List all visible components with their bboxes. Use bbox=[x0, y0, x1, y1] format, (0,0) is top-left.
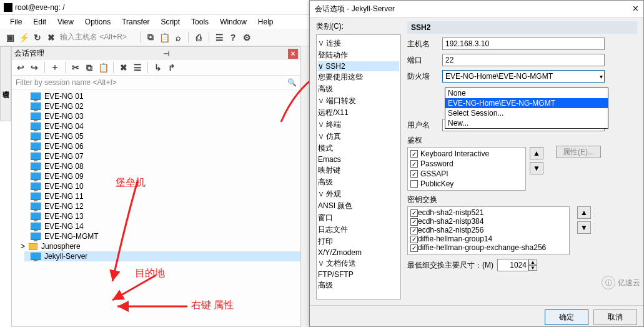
dialog-close-icon[interactable]: × bbox=[633, 3, 638, 14]
paste-icon[interactable]: 📋 bbox=[159, 33, 169, 43]
spin-up-icon[interactable]: ▲ bbox=[528, 259, 537, 265]
cat-mapkey[interactable]: 映射键 bbox=[318, 164, 399, 176]
kex-item[interactable]: ecdh-sha2-nistp384 bbox=[410, 217, 567, 226]
checkbox-icon[interactable] bbox=[410, 160, 418, 168]
session-item[interactable]: EVE-NG 05 bbox=[31, 131, 300, 141]
session-item[interactable]: EVE-NG 09 bbox=[31, 171, 300, 181]
help-icon[interactable]: ? bbox=[228, 33, 238, 43]
pin-icon[interactable]: ⊣ bbox=[163, 49, 169, 58]
print-icon[interactable]: ⎙ bbox=[194, 33, 204, 43]
cat-advanced[interactable]: 高级 bbox=[318, 83, 399, 95]
session-filter[interactable]: Filter by session name <Alt+I> 🔍 bbox=[12, 76, 300, 90]
menu-help[interactable]: Help bbox=[253, 16, 279, 28]
cat-ssh2-hint[interactable]: 您要使用这些 bbox=[318, 71, 399, 83]
copy2-icon[interactable]: ⧉ bbox=[84, 63, 94, 73]
session-item[interactable]: EVE-NG 12 bbox=[31, 201, 300, 211]
auth-item[interactable]: GSSAPI bbox=[410, 169, 523, 179]
checkbox-icon[interactable] bbox=[410, 180, 418, 188]
menu-options[interactable]: Options bbox=[80, 16, 116, 28]
firewall-combo[interactable]: EVE-NG-Home\EVE-NG-MGMT▾ bbox=[442, 70, 605, 83]
cat-xyz[interactable]: X/Y/Zmodem bbox=[318, 248, 399, 258]
options-icon[interactable]: ☰ bbox=[214, 33, 224, 43]
cat-adv2[interactable]: 高级 bbox=[318, 176, 399, 188]
menu-file[interactable]: File bbox=[5, 16, 27, 28]
session-item[interactable]: EVE-NG 13 bbox=[31, 211, 300, 221]
auth-item[interactable]: Password bbox=[410, 159, 523, 169]
menu-view[interactable]: View bbox=[52, 16, 79, 28]
cat-print[interactable]: 打印 bbox=[318, 236, 399, 248]
session-folder[interactable]: > Junosphere bbox=[21, 241, 300, 251]
cat-mode[interactable]: 模式 bbox=[318, 143, 399, 154]
spin-down-icon[interactable]: ▼ bbox=[528, 265, 537, 271]
find-icon[interactable]: ⌕ bbox=[173, 33, 183, 43]
ok-button[interactable]: 确定 bbox=[545, 309, 588, 325]
session-item-selected[interactable]: Jekyll-Server bbox=[24, 251, 300, 261]
cat-ftp[interactable]: FTP/SFTP bbox=[318, 269, 399, 279]
cat-portfwd[interactable]: ∨ 端口转发 bbox=[318, 95, 399, 107]
fw-opt-none[interactable]: None bbox=[445, 88, 608, 98]
cat-logfile[interactable]: 日志文件 bbox=[318, 224, 399, 236]
kex-item[interactable]: diffie-hellman-group14 bbox=[410, 234, 567, 243]
checkbox-icon[interactable] bbox=[410, 150, 418, 158]
cat-login[interactable]: 登陆动作 bbox=[318, 49, 399, 61]
session-item[interactable]: EVE-NG 01 bbox=[31, 91, 300, 101]
session-item[interactable]: EVE-NG 14 bbox=[31, 221, 300, 231]
script-icon[interactable]: ⚙ bbox=[242, 33, 252, 43]
menu-transfer[interactable]: Transfer bbox=[117, 16, 154, 28]
reconnect-icon[interactable]: ↻ bbox=[32, 33, 42, 43]
session-item[interactable]: EVE-NG 03 bbox=[31, 111, 300, 121]
kex-down-button[interactable]: ▼ bbox=[577, 221, 591, 234]
menu-script[interactable]: Script bbox=[156, 16, 185, 28]
menu-window[interactable]: Window bbox=[215, 16, 252, 28]
cut-icon[interactable]: ✂ bbox=[71, 63, 81, 73]
kex-item[interactable]: ecdh-sha2-nistp256 bbox=[410, 226, 567, 234]
export-icon[interactable]: ↱ bbox=[167, 63, 177, 73]
menu-edit[interactable]: Edit bbox=[28, 16, 51, 28]
forward-icon[interactable]: ↪ bbox=[29, 63, 39, 73]
checkbox-icon[interactable] bbox=[410, 244, 418, 252]
checkbox-icon[interactable] bbox=[410, 209, 418, 217]
session-tree[interactable]: EVE-NG 01EVE-NG 02EVE-NG 03EVE-NG 04EVE-… bbox=[12, 90, 300, 326]
search-icon[interactable]: 🔍 bbox=[287, 78, 297, 87]
props-icon[interactable]: ☰ bbox=[132, 63, 142, 73]
cat-terminal[interactable]: ∨ 终端 bbox=[318, 119, 399, 131]
delete-icon[interactable]: ✖ bbox=[119, 63, 129, 73]
cat-x11[interactable]: 远程/X11 bbox=[318, 107, 399, 119]
category-tree[interactable]: ∨ 连接 登陆动作 ∨ SSH2 您要使用这些 高级 ∨ 端口转发 远程/X11… bbox=[316, 34, 401, 299]
checkbox-icon[interactable] bbox=[410, 218, 418, 226]
checkbox-icon[interactable] bbox=[410, 227, 418, 234]
session-item[interactable]: EVE-NG 11 bbox=[31, 191, 300, 201]
new-session-icon[interactable]: ＋ bbox=[50, 63, 60, 73]
paste2-icon[interactable]: 📋 bbox=[98, 63, 108, 73]
menu-tools[interactable]: Tools bbox=[186, 16, 214, 28]
cat-ansi[interactable]: ANSI 颜色 bbox=[318, 200, 399, 212]
import-icon[interactable]: ↳ bbox=[153, 63, 163, 73]
kex-up-button[interactable]: ▲ bbox=[577, 206, 591, 219]
host-input[interactable] bbox=[442, 38, 605, 50]
session-item[interactable]: EVE-NG-MGMT bbox=[31, 231, 300, 241]
cat-adv3[interactable]: 高级 bbox=[318, 279, 399, 291]
port-input[interactable] bbox=[442, 54, 605, 66]
copy-icon[interactable]: ⧉ bbox=[146, 33, 156, 43]
lightning-icon[interactable]: ⚡ bbox=[19, 33, 29, 43]
session-item[interactable]: EVE-NG 10 bbox=[31, 181, 300, 191]
auth-down-button[interactable]: ▼ bbox=[530, 162, 543, 174]
session-mgr-icon[interactable]: ▣ bbox=[5, 33, 15, 43]
auth-item[interactable]: Keyboard Interactive bbox=[410, 149, 523, 159]
fw-opt-new[interactable]: New... bbox=[445, 118, 608, 128]
firewall-dropdown[interactable]: None EVE-NG-Home\EVE-NG-MGMT Select Sess… bbox=[445, 88, 608, 129]
cat-connect[interactable]: ∨ 连接 bbox=[318, 38, 399, 49]
cat-appearance[interactable]: ∨ 外观 bbox=[318, 188, 399, 200]
cat-emacs[interactable]: Emacs bbox=[318, 154, 399, 164]
fw-opt-select[interactable]: Select Session... bbox=[445, 108, 608, 118]
disconnect-icon[interactable]: ✖ bbox=[46, 33, 56, 43]
cat-ssh2[interactable]: ∨ SSH2 bbox=[318, 61, 399, 71]
sidebar-tab-session[interactable]: 会话管理 bbox=[0, 46, 11, 121]
auth-up-button[interactable]: ▲ bbox=[530, 147, 543, 159]
fw-opt-mgmt[interactable]: EVE-NG-Home\EVE-NG-MGMT bbox=[445, 98, 608, 108]
props-button[interactable]: 属性(E)... bbox=[556, 146, 601, 158]
min-spinner[interactable]: ▲▼ bbox=[497, 259, 537, 271]
close-panel-icon[interactable]: × bbox=[288, 49, 298, 59]
session-item[interactable]: EVE-NG 04 bbox=[31, 121, 300, 131]
kex-item[interactable]: diffie-hellman-group-exchange-sha256 bbox=[410, 243, 567, 252]
